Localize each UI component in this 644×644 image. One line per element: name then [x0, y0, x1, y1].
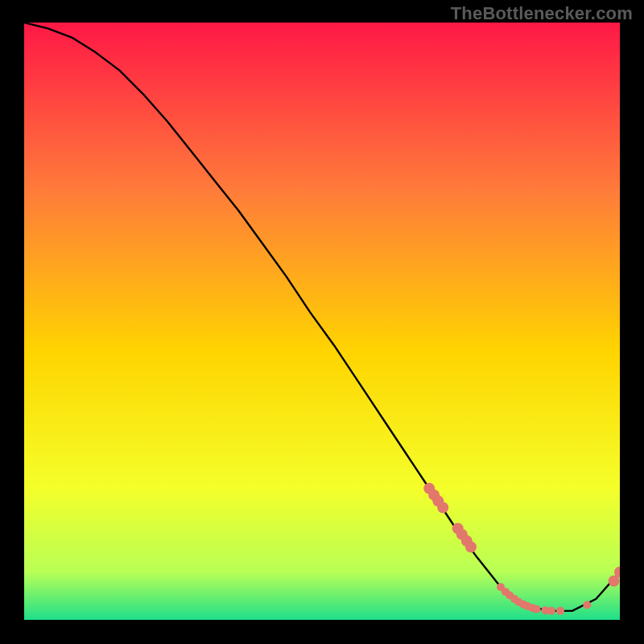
watermark-label: TheBottlenecker.com — [451, 3, 633, 24]
chart-frame: TheBottlenecker.com — [0, 0, 644, 644]
data-point — [465, 541, 477, 552]
plot-area — [24, 23, 620, 620]
data-point — [583, 601, 591, 609]
bottleneck-chart — [24, 23, 620, 620]
data-point — [556, 607, 564, 615]
data-point — [547, 607, 555, 615]
data-point — [532, 605, 540, 613]
plot-background — [24, 23, 620, 620]
data-point — [437, 502, 448, 514]
